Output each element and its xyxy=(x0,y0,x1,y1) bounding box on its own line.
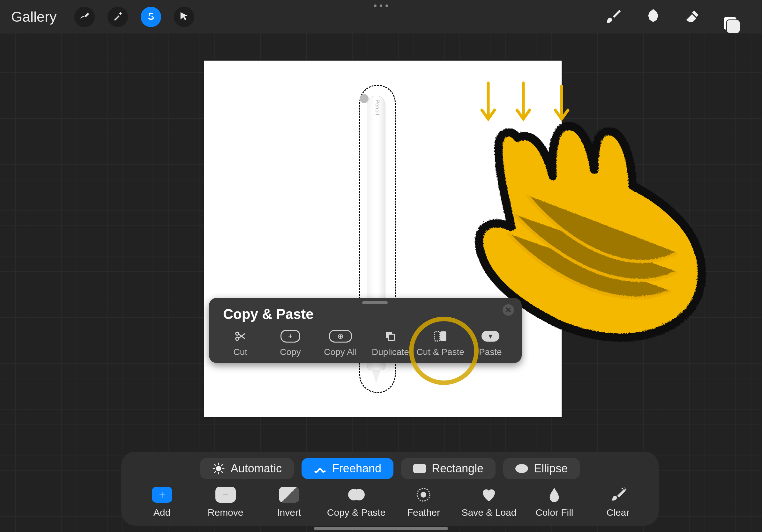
svg-point-1 xyxy=(236,337,239,340)
multitask-dots[interactable] xyxy=(0,4,762,7)
svg-point-0 xyxy=(236,332,239,335)
canvas[interactable]: Pencil xyxy=(204,61,562,417)
svg-point-8 xyxy=(353,489,365,500)
copy-all-action[interactable]: ⊕ Copy All xyxy=(315,327,365,359)
svg-rect-5 xyxy=(440,331,446,341)
overlap-circles-icon xyxy=(346,487,367,503)
scissors-icon xyxy=(234,330,246,343)
selection-remove-button[interactable]: － Remove xyxy=(200,487,251,518)
actions-button[interactable] xyxy=(74,7,95,27)
duplicate-action[interactable]: Duplicate xyxy=(365,327,416,359)
selection-mode-row: Automatic Freehand Rectangle Ellipse xyxy=(130,458,650,479)
selection-feather-button[interactable]: Feather xyxy=(398,487,449,518)
copy-action[interactable]: + Copy xyxy=(266,327,316,359)
automatic-mode-icon xyxy=(212,462,225,475)
selection-s-icon xyxy=(145,11,156,23)
copy-plus-icon: + xyxy=(280,330,300,343)
feather-icon xyxy=(413,487,434,503)
svg-point-6 xyxy=(216,466,221,471)
selection-invert-button[interactable]: Invert xyxy=(264,487,315,518)
mode-automatic-label: Automatic xyxy=(231,462,282,475)
cut-paste-icon xyxy=(434,330,447,343)
copy-all-label: Copy All xyxy=(324,347,357,357)
selection-actions-row: ＋ Add － Remove Invert Copy & Paste xyxy=(130,487,650,518)
rectangle-mode-icon xyxy=(413,462,426,475)
cut-and-paste-action[interactable]: Cut & Paste xyxy=(416,327,466,359)
brush-icon xyxy=(605,21,622,26)
copy-paste-label: Copy & Paste xyxy=(327,507,385,518)
mode-freehand[interactable]: Freehand xyxy=(302,458,393,479)
close-icon: ✕ xyxy=(505,305,511,314)
ellipse-mode-icon xyxy=(515,462,528,475)
cut-label: Cut xyxy=(234,347,248,357)
popover-grabber[interactable] xyxy=(362,301,388,304)
adjustments-button[interactable] xyxy=(108,7,128,27)
mode-freehand-label: Freehand xyxy=(332,462,381,475)
popover-close-button[interactable]: ✕ xyxy=(502,304,514,316)
freehand-mode-icon xyxy=(314,462,327,475)
mode-rectangle[interactable]: Rectangle xyxy=(401,458,495,479)
transform-button[interactable] xyxy=(174,7,194,27)
eraser-tool-button[interactable] xyxy=(684,8,701,26)
pencil-engraving-text: Pencil xyxy=(374,100,380,115)
duplicate-icon xyxy=(385,330,396,343)
canvas-workspace[interactable]: Pencil xyxy=(0,33,762,532)
remove-label: Remove xyxy=(208,507,244,518)
clear-label: Clear xyxy=(607,507,630,518)
minus-icon: － xyxy=(215,487,236,503)
selection-color-fill-button[interactable]: Color Fill xyxy=(529,487,580,518)
duplicate-label: Duplicate xyxy=(372,347,409,357)
wrench-icon xyxy=(79,11,90,23)
paste-label: Paste xyxy=(479,347,502,357)
plus-icon: ＋ xyxy=(152,487,172,503)
invert-icon xyxy=(279,487,299,503)
home-indicator[interactable] xyxy=(314,527,448,530)
paste-icon: ▾ xyxy=(482,330,499,343)
droplet-icon xyxy=(544,487,565,503)
selection-clear-button[interactable]: Clear xyxy=(592,487,643,518)
eraser-icon xyxy=(684,21,701,26)
mode-ellipse[interactable]: Ellipse xyxy=(503,458,580,479)
selection-toolbar: Automatic Freehand Rectangle Ellipse xyxy=(121,452,658,526)
save-load-label: Save & Load xyxy=(461,507,516,518)
color-fill-label: Color Fill xyxy=(535,507,573,518)
top-toolbar: Gallery xyxy=(0,0,762,33)
svg-rect-4 xyxy=(435,331,440,341)
cut-action[interactable]: Cut xyxy=(215,327,266,359)
smudge-icon xyxy=(645,21,662,26)
wand-icon xyxy=(112,11,123,23)
selection-save-load-button[interactable]: Save & Load xyxy=(461,487,516,518)
selection-copy-paste-button[interactable]: Copy & Paste xyxy=(327,487,385,518)
feather-label: Feather xyxy=(407,507,440,518)
invert-label: Invert xyxy=(277,507,301,518)
add-label: Add xyxy=(153,507,170,518)
mode-automatic[interactable]: Automatic xyxy=(200,458,294,479)
svg-point-10 xyxy=(420,492,426,498)
clear-brush-icon xyxy=(608,487,628,503)
copy-label: Copy xyxy=(280,347,301,357)
paste-action[interactable]: ▾ Paste xyxy=(465,327,515,359)
selection-tool-button[interactable] xyxy=(141,7,161,27)
smudge-tool-button[interactable] xyxy=(645,8,662,26)
selection-add-button[interactable]: ＋ Add xyxy=(137,487,188,518)
heart-icon xyxy=(479,487,499,503)
copy-all-icon: ⊕ xyxy=(329,330,352,343)
copy-paste-popover: ✕ Copy & Paste Cut + Copy ⊕ Copy All xyxy=(209,298,522,363)
mode-ellipse-label: Ellipse xyxy=(534,462,568,475)
svg-rect-3 xyxy=(388,334,395,341)
brush-tool-button[interactable] xyxy=(605,8,622,26)
cut-paste-label: Cut & Paste xyxy=(417,347,464,357)
cursor-arrow-icon xyxy=(179,11,190,23)
mode-rectangle-label: Rectangle xyxy=(432,462,484,475)
gallery-button[interactable]: Gallery xyxy=(11,9,57,25)
